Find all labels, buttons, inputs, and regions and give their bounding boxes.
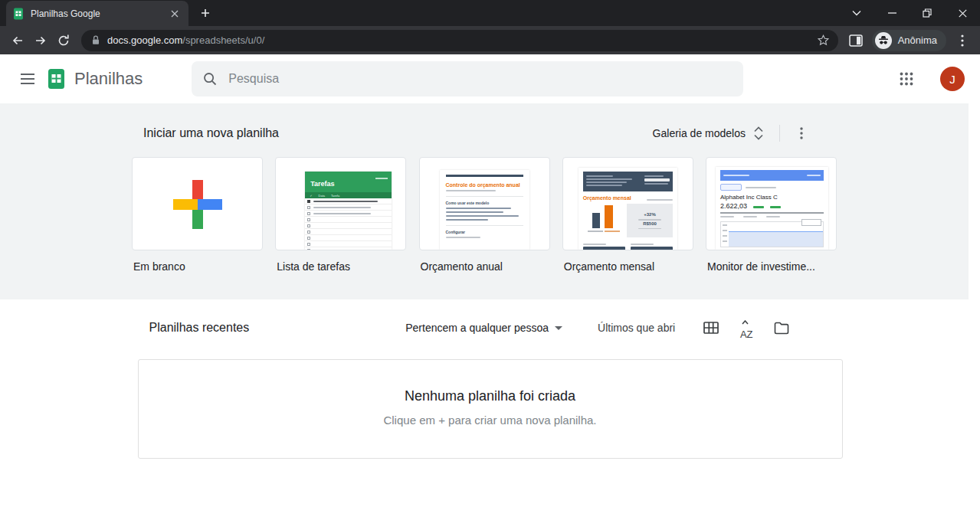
preview-text-line [446,237,480,238]
address-bar[interactable]: docs.google.com/spreadsheets/u/0/ [81,30,838,51]
window-controls [839,0,980,26]
preview-columns: ✓ Data Tarefa [305,192,392,198]
sort-az-icon[interactable]: AZ [736,316,756,340]
empty-state-title: Nenhuma planilha foi criada [139,360,842,404]
app-name[interactable]: Planilhas [74,69,143,89]
template-cards: Em branco Tarefas ✓ Data [132,157,837,273]
recents-title: Planilhas recentes [149,321,250,335]
preview-footer: Configurar [446,230,523,234]
browser-tab[interactable]: Planilhas Google [6,1,188,26]
template-section-title: Iniciar uma nova planilha [143,126,279,140]
empty-state-panel: Nenhuma planilha foi criada Clique em + … [138,359,843,459]
side-panel-icon[interactable] [844,29,867,52]
search-input[interactable] [227,71,733,87]
incognito-label: Anônima [898,34,937,46]
card-label: Orçamento anual [419,260,550,273]
empty-state-hint: Clique em + para criar uma nova planilha… [139,414,842,427]
template-menu-kebab-icon[interactable] [789,121,814,146]
card-label: Em branco [132,260,263,273]
monthly-budget-thumbnail[interactable]: Orçamento mensal +32% [562,157,693,250]
card-label: Monitor de investime... [706,260,837,273]
preview-header-bar [720,170,824,181]
tab-close-icon[interactable] [167,6,182,21]
reload-icon[interactable] [52,29,75,52]
preview-bar-chart [583,204,628,234]
browser-window: Planilhas Google [0,0,980,520]
url-path: /spreadsheets/u/0/ [182,34,264,46]
minimize-button[interactable] [874,0,910,26]
swap-vert-icon [753,126,764,140]
avatar[interactable]: J [940,67,965,91]
blank-thumbnail[interactable] [132,157,263,250]
plus-icon [173,180,222,229]
bookmark-star-icon[interactable] [814,31,834,51]
owner-filter-dropdown[interactable]: Pertencem a qualquer pessoa [402,317,565,338]
investment-monitor-thumbnail[interactable]: Alphabet Inc Class C 2.622,03 [706,157,837,250]
sort-order-label[interactable]: Últimos que abri [598,322,675,334]
tab-title: Planilhas Google [31,8,161,19]
preview-area-chart [720,221,824,247]
preview-chip-row [720,184,824,191]
close-button[interactable] [945,0,980,26]
preview-title: Alphabet Inc Class C [720,194,824,201]
template-gallery-button[interactable]: Galeria de modelos [647,122,770,145]
back-icon[interactable] [6,29,29,52]
search-bar[interactable] [192,61,743,96]
preview-task-rows [305,198,392,250]
gallery-button-label: Galeria de modelos [653,127,746,139]
grid-view-icon[interactable] [701,318,721,338]
preview-hero-block [583,172,673,191]
card-label: Orçamento mensal [562,260,693,273]
sheets-favicon [12,8,25,20]
incognito-chip[interactable]: Anônima [872,30,946,51]
todo-thumbnail[interactable]: Tarefas ✓ Data Tarefa [275,157,406,250]
preview-value: 2.622,03 [720,202,747,210]
header-actions: J [891,64,965,94]
template-card-annual-budget[interactable]: Controle do orçamento anual Como usar es… [419,157,550,273]
forward-icon[interactable] [29,29,52,52]
template-gallery-section: Iniciar uma nova planilha Galeria de mod… [0,103,969,299]
browser-menu-kebab-icon[interactable] [951,29,974,52]
preview-progress-bars [583,241,673,250]
incognito-icon [875,32,892,49]
google-apps-icon[interactable] [891,64,922,94]
preview-gain-pct-bar [770,206,781,208]
tab-search-icon[interactable] [839,0,874,26]
template-card-todo[interactable]: Tarefas ✓ Data Tarefa [275,157,406,273]
folder-icon[interactable] [772,318,792,338]
annual-budget-thumbnail[interactable]: Controle do orçamento anual Como usar es… [419,157,550,250]
url-domain: docs.google.com [107,34,182,46]
preview-legend-bars [647,197,673,201]
preview-title: Orçamento mensal [583,195,631,201]
search-icon[interactable] [202,71,218,87]
owner-filter-label: Pertencem a qualquer pessoa [405,322,549,334]
preview-title: Controle do orçamento anual [446,182,523,188]
card-label: Lista de tarefas [275,260,406,273]
divider [779,125,780,142]
chevron-down-icon [555,326,562,330]
recent-spreadsheets-section: Planilhas recentes Pertencem a qualquer … [0,299,980,459]
preview-body-lines [446,208,523,221]
template-card-monthly-budget[interactable]: Orçamento mensal +32% [562,157,693,273]
preview-gain-bar [753,206,764,208]
sheets-app-header: Planilhas J [0,54,980,103]
template-card-blank[interactable]: Em branco [132,157,263,273]
browser-titlebar: Planilhas Google [0,0,980,26]
browser-toolbar: docs.google.com/spreadsheets/u/0/ Anônim… [0,26,980,54]
preview-subtitle: Como usar este modelo [446,201,523,205]
lock-icon[interactable] [90,34,101,46]
preview-title: Tarefas [310,180,334,188]
restore-button[interactable] [910,0,945,26]
preview-stat-bars [720,216,824,217]
new-tab-button[interactable] [195,2,216,24]
preview-stats-panel: +32% R$500 [627,204,672,237]
template-card-investment-monitor[interactable]: Alphabet Inc Class C 2.622,03 [706,157,837,273]
preview-text-lines [446,190,497,191]
main-menu-icon[interactable] [9,61,46,97]
sheets-logo[interactable] [46,68,67,90]
